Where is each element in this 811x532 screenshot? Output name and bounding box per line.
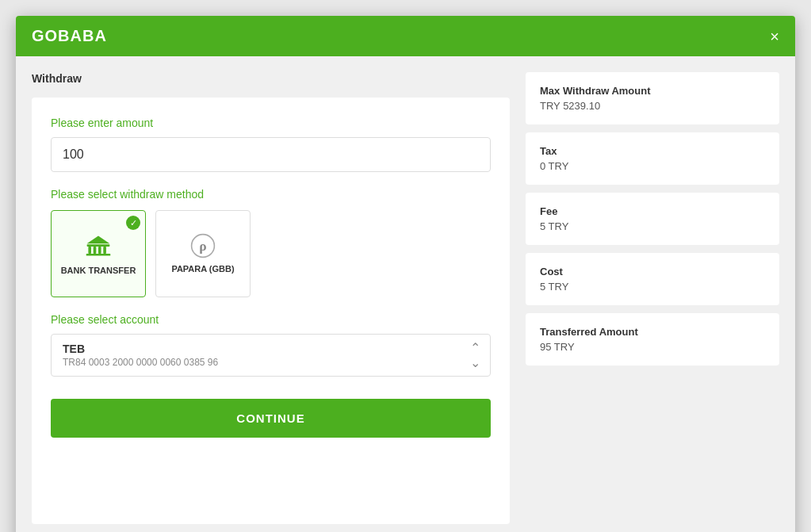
cost-title: Cost xyxy=(540,266,765,277)
method-label: Please select withdraw method xyxy=(51,188,491,201)
fee-title: Fee xyxy=(540,205,765,217)
method-papara[interactable]: ρ PAPARA (GBB) xyxy=(155,210,251,297)
svg-rect-5 xyxy=(86,254,111,256)
selected-check-icon: ✓ xyxy=(126,216,140,230)
amount-label: Please enter amount xyxy=(51,117,491,129)
fee-card: Fee 5 TRY xyxy=(526,193,779,245)
svg-rect-0 xyxy=(87,244,110,247)
cost-card: Cost 5 TRY xyxy=(526,253,779,305)
account-selector[interactable]: TEB TR84 0003 2000 0000 0060 0385 96 ⌃⌄ xyxy=(51,334,491,377)
bank-transfer-label: BANK TRANSFER xyxy=(61,265,136,276)
amount-input[interactable] xyxy=(51,137,491,172)
transferred-value: 95 TRY xyxy=(540,341,765,353)
fee-value: 5 TRY xyxy=(540,220,765,232)
transferred-title: Transferred Amount xyxy=(540,326,765,338)
transferred-card: Transferred Amount 95 TRY xyxy=(526,313,779,366)
account-iban: TR84 0003 2000 0000 0060 0385 96 xyxy=(63,357,458,368)
app-title: GOBABA xyxy=(32,27,107,45)
account-name: TEB xyxy=(63,343,458,355)
svg-marker-6 xyxy=(87,235,110,243)
chevron-icon: ⌃⌄ xyxy=(470,340,480,370)
svg-rect-3 xyxy=(98,247,101,254)
modal-container: GOBABA × Withdraw Please enter amount Pl… xyxy=(16,16,795,532)
max-withdraw-value: TRY 5239.10 xyxy=(540,100,765,112)
modal-header: GOBABA × xyxy=(16,16,795,56)
svg-rect-1 xyxy=(88,247,91,254)
right-panel: Max Withdraw Amount TRY 5239.10 Tax 0 TR… xyxy=(526,72,779,524)
svg-rect-4 xyxy=(103,247,106,254)
svg-text:ρ: ρ xyxy=(199,237,206,253)
method-bank-transfer[interactable]: ✓ BANK TRANSFER xyxy=(51,210,146,297)
papara-icon: ρ xyxy=(190,233,216,258)
max-withdraw-card: Max Withdraw Amount TRY 5239.10 xyxy=(526,72,779,124)
continue-button[interactable]: CONTINUE xyxy=(51,399,491,438)
close-button[interactable]: × xyxy=(770,29,779,44)
max-withdraw-title: Max Withdraw Amount xyxy=(540,85,765,97)
tax-card: Tax 0 TRY xyxy=(526,132,779,185)
cost-value: 5 TRY xyxy=(540,281,765,293)
method-options: ✓ BANK TRANSFER xyxy=(51,210,491,297)
account-label: Please select account xyxy=(51,313,491,326)
svg-rect-2 xyxy=(94,247,97,254)
section-title: Withdraw xyxy=(32,72,510,85)
bank-icon xyxy=(84,232,113,260)
left-panel: Withdraw Please enter amount Please sele… xyxy=(32,72,510,524)
tax-title: Tax xyxy=(540,145,765,157)
form-card: Please enter amount Please select withdr… xyxy=(32,98,510,524)
tax-value: 0 TRY xyxy=(540,160,765,172)
papara-label: PAPARA (GBB) xyxy=(171,263,234,274)
modal-body: Withdraw Please enter amount Please sele… xyxy=(16,56,795,532)
